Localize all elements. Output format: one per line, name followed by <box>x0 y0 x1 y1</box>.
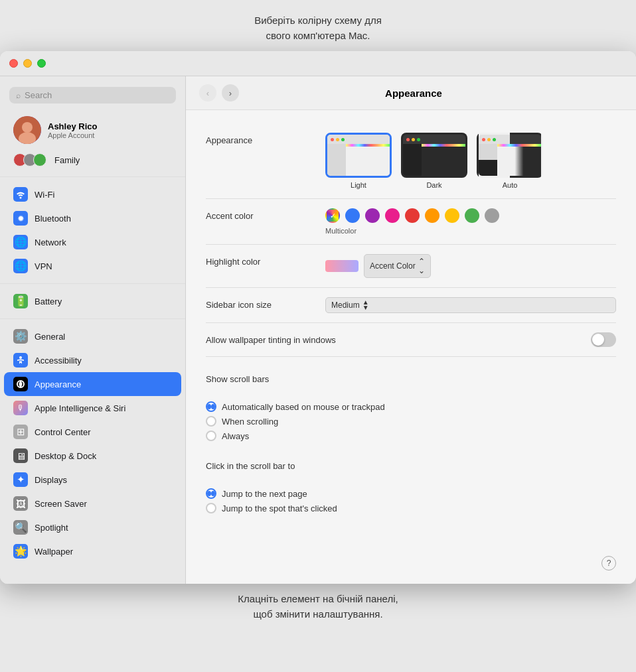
accent-red[interactable] <box>405 208 420 223</box>
accent-orange[interactable] <box>425 208 439 223</box>
sidebar-item-bluetooth[interactable]: ✹ Bluetooth <box>4 206 181 230</box>
user-account-item[interactable]: Ashley Rico Apple Account <box>4 111 181 149</box>
sidebar-divider-1 <box>0 176 185 177</box>
theme-auto[interactable]: Auto <box>477 133 543 189</box>
theme-auto-thumbnail[interactable] <box>477 133 543 178</box>
click-radio-spot[interactable] <box>206 503 216 513</box>
click-option-spot-label: Jump to the spot that's clicked <box>222 504 337 513</box>
click-radio-group: Jump to the next page Jump to the spot t… <box>206 488 337 513</box>
scroll-radio-always[interactable] <box>206 431 216 441</box>
content-body: Appearance <box>186 110 636 584</box>
family-avatars <box>13 153 46 167</box>
accent-yellow[interactable] <box>445 208 459 223</box>
maximize-button[interactable] <box>37 59 46 68</box>
thumb-topbar-light <box>327 135 390 144</box>
scroll-option-always-label: Always <box>222 431 249 441</box>
scroll-option-scrolling[interactable]: When scrolling <box>206 416 385 427</box>
scroll-option-scrolling-label: When scrolling <box>222 417 278 427</box>
theme-dark[interactable]: Dark <box>401 133 467 189</box>
thumb-dot-yellow-d <box>412 138 415 141</box>
sidebar-item-label-siri: Apple Intelligence & Siri <box>35 403 125 413</box>
avatar <box>13 116 41 144</box>
thumb-main-light <box>346 144 390 176</box>
sidebar-item-vpn[interactable]: 🌐 VPN <box>4 254 181 278</box>
wifi-icon <box>13 187 28 202</box>
scroll-option-auto[interactable]: Automatically based on mouse or trackpad <box>206 401 385 412</box>
sidebar-item-general[interactable]: ⚙️ General <box>4 324 181 348</box>
theme-light[interactable]: Light <box>325 133 392 189</box>
sidebar-item-accessibility[interactable]: Accessibility <box>4 348 181 372</box>
sidebar-item-label-desktop: Desktop & Dock <box>35 451 96 461</box>
accent-row <box>325 208 616 223</box>
sidebar-item-label-accessibility: Accessibility <box>35 356 82 366</box>
search-box[interactable]: ⌕ <box>9 87 176 103</box>
sidebar-item-battery[interactable]: 🔋 Battery <box>4 289 181 313</box>
forward-button[interactable]: › <box>222 84 239 101</box>
scroll-option-always[interactable]: Always <box>206 431 385 441</box>
sidebar-item-label-wifi: Wi-Fi <box>35 190 54 200</box>
thumb-sidebar-light <box>327 144 346 176</box>
accent-green[interactable] <box>465 208 479 223</box>
traffic-lights <box>9 59 46 68</box>
accent-multicolor[interactable] <box>325 208 340 223</box>
sidebar-item-label-appearance: Appearance <box>35 379 81 389</box>
theme-dark-thumbnail[interactable] <box>401 133 467 178</box>
sidebar-item-wifi[interactable]: Wi-Fi <box>4 182 181 206</box>
help-button[interactable]: ? <box>601 556 616 571</box>
siri-icon: 🎙 <box>13 401 28 415</box>
sidebar-item-desktop[interactable]: 🖥 Desktop & Dock <box>4 444 181 468</box>
sidebar-item-displays[interactable]: ✦ Displays <box>4 468 181 492</box>
toggle-knob <box>592 334 604 346</box>
accent-graphite[interactable] <box>485 208 499 223</box>
sidebar-icon-select[interactable]: Medium ▲▼ <box>325 297 616 313</box>
sidebar-item-screensaver[interactable]: 🖼 Screen Saver <box>4 492 181 515</box>
thumb-main-auto <box>497 144 541 176</box>
highlight-color-section: Highlight color Accent Color ⌃⌄ <box>206 245 616 288</box>
thumb-dot-red-a <box>482 138 485 141</box>
scroll-radio-auto[interactable] <box>206 401 216 412</box>
accent-blue[interactable] <box>345 208 360 223</box>
thumb-dot-yellow <box>336 138 339 141</box>
scroll-radio-scrolling[interactable] <box>206 416 216 427</box>
sidebar-divider-3 <box>0 318 185 319</box>
highlight-color-label: Highlight color <box>206 254 312 267</box>
thumb-dot-green-a <box>493 138 496 141</box>
click-option-next[interactable]: Jump to the next page <box>206 488 337 499</box>
highlight-dropdown[interactable]: Accent Color ⌃⌄ <box>364 254 431 278</box>
sidebar-icon-section: Sidebar icon size Medium ▲▼ <box>206 288 616 323</box>
sidebar-item-label-displays: Displays <box>35 475 67 485</box>
wallpaper-tinting-toggle[interactable] <box>591 332 616 347</box>
search-input[interactable] <box>25 90 169 100</box>
screensaver-icon: 🖼 <box>13 496 28 511</box>
sidebar-item-label-bluetooth: Bluetooth <box>35 214 71 224</box>
accent-strip-auto <box>497 144 541 147</box>
sidebar-item-wallpaper[interactable]: 🌟 Wallpaper <box>4 539 181 563</box>
accent-purple[interactable] <box>365 208 380 223</box>
accent-pink[interactable] <box>385 208 400 223</box>
thumb-topbar-auto <box>479 135 541 144</box>
minimize-button[interactable] <box>23 59 32 68</box>
sidebar-item-appearance[interactable]: Appearance <box>4 372 181 396</box>
scroll-bars-label: Show scroll bars <box>206 374 269 384</box>
back-button[interactable]: ‹ <box>199 84 216 101</box>
sidebar-item-spotlight[interactable]: 🔍 Spotlight <box>4 515 181 539</box>
click-option-spot[interactable]: Jump to the spot that's clicked <box>206 503 337 513</box>
theme-light-thumbnail[interactable] <box>325 133 392 178</box>
close-button[interactable] <box>9 59 18 68</box>
theme-options: Light <box>325 133 616 189</box>
sidebar-item-label-screensaver: Screen Saver <box>35 499 87 509</box>
thumb-dot-red-d <box>406 138 410 141</box>
sidebar-item-network[interactable]: 🌐 Network <box>4 230 181 254</box>
click-radio-next[interactable] <box>206 488 216 499</box>
sidebar-item-siri[interactable]: 🎙 Apple Intelligence & Siri <box>4 396 181 420</box>
scroll-bars-section: Show scroll bars Automatically based on … <box>206 365 616 445</box>
sidebar-item-control[interactable]: ⊞ Control Center <box>4 420 181 444</box>
sidebar-item-label-battery: Battery <box>35 297 62 306</box>
thumb-main-dark <box>422 144 465 176</box>
appearance-section: Appearance <box>206 123 616 199</box>
wallpaper-tinting-section: Allow wallpaper tinting in windows <box>206 323 616 357</box>
user-name: Ashley Rico <box>48 121 97 131</box>
accent-multicolor-label: Multicolor <box>325 227 616 235</box>
sidebar-item-family[interactable]: Family <box>4 149 181 171</box>
user-info: Ashley Rico Apple Account <box>48 121 97 139</box>
